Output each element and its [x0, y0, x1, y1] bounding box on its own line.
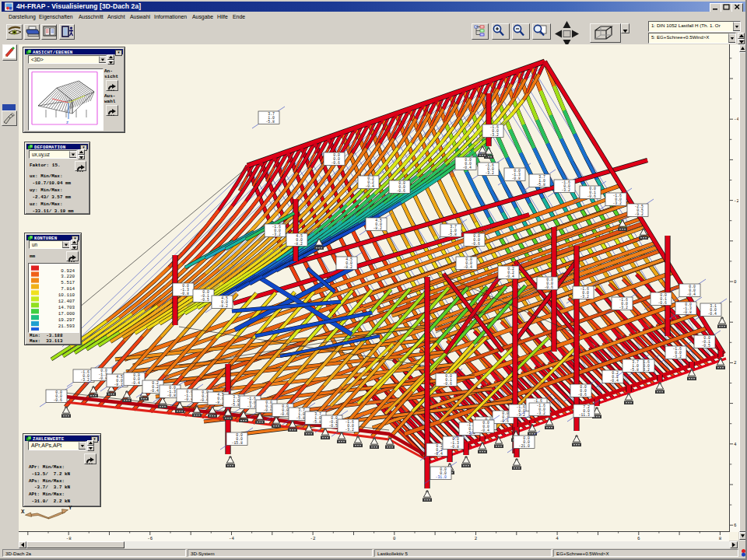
svg-text:6: 6: [637, 536, 640, 541]
svg-text:-0.8: -0.8: [511, 177, 521, 180]
svg-text:-0.6: -0.6: [500, 419, 509, 423]
svg-text:-0.5: -0.5: [200, 298, 209, 302]
svg-text:-3.2: -3.2: [247, 404, 256, 408]
svg-text:-3.2: -3.2: [489, 133, 499, 137]
svg-text:-3.2: -3.2: [612, 201, 622, 205]
svg-text:-2: -2: [310, 536, 316, 541]
svg-text:-0.6: -0.6: [577, 393, 587, 397]
svg-text:-0.6: -0.6: [263, 408, 272, 412]
svg-text:-0.6: -0.6: [396, 189, 405, 193]
svg-text:3.220: 3.220: [61, 274, 75, 279]
svg-text:-8.2: -8.2: [215, 401, 224, 404]
svg-text:-8.2: -8.2: [343, 265, 352, 269]
svg-text:-0.6: -0.6: [587, 194, 596, 198]
svg-text:6: 6: [734, 523, 737, 528]
svg-text:-31.0: -31.0: [436, 475, 447, 479]
svg-text:-5.8: -5.8: [536, 183, 545, 187]
svg-text:-5.8: -5.8: [296, 416, 305, 420]
svg-text:0: 0: [393, 536, 396, 541]
svg-text:2: 2: [734, 360, 737, 366]
svg-text:-0.4: -0.4: [686, 292, 696, 296]
svg-text:-0.4: -0.4: [365, 184, 374, 188]
svg-text:-3.2: -3.2: [272, 233, 281, 236]
svg-text:-0.4: -0.4: [463, 265, 472, 269]
svg-text:-8.2: -8.2: [219, 304, 228, 308]
svg-text:-0.6: -0.6: [279, 412, 289, 416]
svg-text:-8.2: -8.2: [293, 242, 303, 246]
svg-text:8: 8: [719, 536, 722, 541]
svg-text:14.703: 14.703: [58, 305, 75, 310]
svg-text:-0.4: -0.4: [131, 381, 140, 385]
svg-text:-3.2: -3.2: [80, 378, 89, 382]
svg-text:-8: -8: [66, 536, 72, 541]
svg-text:0.924: 0.924: [61, 268, 75, 274]
svg-text:-4: -4: [229, 536, 234, 541]
svg-text:-4: -4: [734, 117, 738, 122]
svg-text:-0.6: -0.6: [471, 242, 480, 246]
svg-text:-2: -2: [734, 198, 738, 204]
svg-text:2: 2: [475, 536, 478, 541]
svg-text:21.593: 21.593: [58, 324, 75, 329]
svg-text:-0.4: -0.4: [480, 429, 489, 432]
svg-text:-5.8: -5.8: [265, 120, 275, 124]
svg-text:-0.8: -0.8: [682, 310, 692, 314]
svg-text:-5.8: -5.8: [230, 403, 240, 407]
svg-text:-0.6: -0.6: [331, 161, 340, 165]
svg-text:-3.2: -3.2: [485, 171, 494, 175]
svg-text:-3.2: -3.2: [561, 188, 570, 192]
svg-text:-0.4: -0.4: [707, 312, 717, 316]
svg-text:-0.8: -0.8: [450, 445, 459, 449]
svg-text:4: 4: [734, 442, 737, 447]
svg-text:-0.4: -0.4: [149, 389, 159, 393]
svg-text:-0.8: -0.8: [180, 292, 189, 296]
svg-text:-0.6: -0.6: [53, 398, 62, 402]
svg-text:-11.3: -11.3: [579, 413, 591, 417]
svg-text:-0.4: -0.4: [505, 275, 514, 278]
svg-text:-9.2: -9.2: [634, 212, 644, 216]
svg-text:-3.2: -3.2: [345, 428, 354, 432]
svg-text:-8.2: -8.2: [373, 226, 382, 230]
svg-text:z: z: [66, 120, 68, 124]
svg-text:5.517: 5.517: [61, 280, 75, 285]
svg-text:-0.4: -0.4: [462, 166, 472, 170]
svg-text:-0.6: -0.6: [443, 382, 452, 386]
svg-text:-0.6: -0.6: [199, 398, 209, 402]
svg-text:-3.2: -3.2: [580, 295, 589, 299]
svg-text:17.000: 17.000: [58, 311, 75, 317]
svg-text:4: 4: [556, 536, 559, 541]
svg-text:-8.2: -8.2: [114, 383, 123, 387]
svg-text:7.814: 7.814: [61, 286, 75, 292]
svg-text:-0.5: -0.5: [701, 344, 710, 348]
svg-text:0: 0: [734, 279, 737, 285]
svg-text:Y: Y: [68, 505, 72, 511]
svg-text:10.110: 10.110: [58, 292, 75, 298]
svg-text:X: X: [21, 509, 25, 515]
svg-text:-6: -6: [147, 536, 153, 541]
svg-text:-0.8: -0.8: [184, 397, 193, 401]
svg-text:-5.8: -5.8: [312, 420, 321, 424]
svg-text:-5.8: -5.8: [630, 368, 639, 372]
svg-text:12.407: 12.407: [58, 299, 75, 304]
svg-text:-21.0: -21.0: [519, 444, 531, 448]
svg-text:-0.4: -0.4: [609, 379, 619, 383]
svg-text:-0.5: -0.5: [328, 424, 338, 428]
svg-text:-0.8: -0.8: [167, 394, 176, 397]
svg-text:-0.6: -0.6: [544, 285, 553, 289]
svg-text:-5.8: -5.8: [447, 233, 457, 236]
svg-text:-3.2: -3.2: [536, 411, 545, 415]
svg-text:-3.2: -3.2: [619, 306, 628, 310]
svg-text:19.297: 19.297: [58, 317, 75, 323]
svg-text:-0.8: -0.8: [98, 376, 107, 380]
svg-text:-0.6: -0.6: [658, 301, 667, 305]
svg-text:-15.8: -15.8: [232, 441, 244, 445]
svg-text:-3.2: -3.2: [672, 355, 682, 359]
